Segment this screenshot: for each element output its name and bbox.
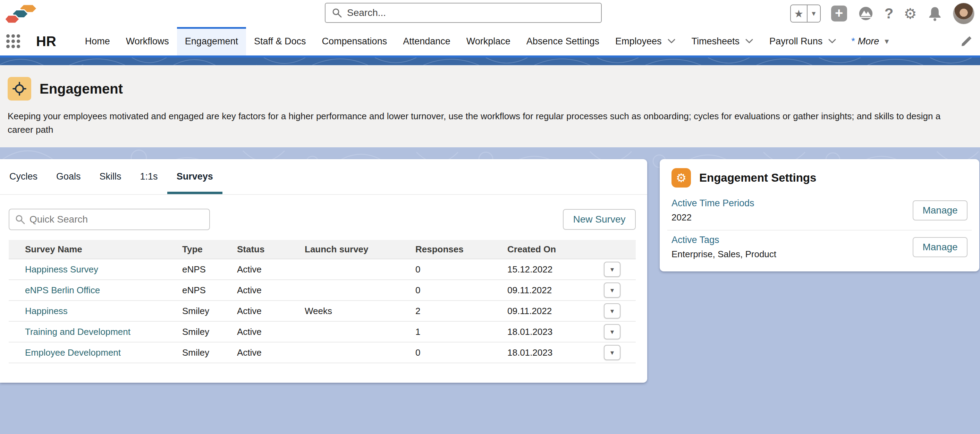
engagement-settings-card: ⚙ Engagement Settings Active Time Period… [660,159,979,271]
global-header: ★ ▾ + ? ⚙ [0,0,980,27]
cell-type: eNPS [182,285,237,296]
tab-skills[interactable]: Skills [90,159,131,194]
page-title: Engagement [40,81,123,97]
active-tags-value: Enterprise, Sales, Product [671,249,776,260]
global-search-input[interactable] [347,7,569,18]
cell-created: 09.11.2022 [508,306,604,317]
engagement-subtabs: Cycles Goals Skills 1:1s Surveys [0,159,647,195]
nav-tab-staff-docs[interactable]: Staff & Docs [246,27,314,55]
notifications-bell-icon[interactable] [927,6,942,22]
cell-status: Active [237,306,305,317]
tab-1-1s[interactable]: 1:1s [131,159,167,194]
table-row: Training and Development Smiley Active 1… [9,322,636,342]
logo-icon [5,2,38,25]
app-name: HR [36,33,56,49]
engagement-target-icon [8,77,31,101]
column-type: Type [182,244,237,255]
help-icon[interactable]: ? [885,5,894,22]
cell-status: Active [237,285,305,296]
tab-goals[interactable]: Goals [47,159,90,194]
column-survey-name: Survey Name [9,244,182,255]
tab-surveys[interactable]: Surveys [167,159,223,194]
row-actions-dropdown-button[interactable]: ▾ [604,303,620,318]
favorites-chevron-icon[interactable]: ▾ [807,5,820,22]
manage-tags-button[interactable]: Manage [913,237,967,257]
header-actions: ★ ▾ + ? ⚙ [790,0,974,27]
quick-search-input[interactable] [30,214,189,225]
table-row: Employee Development Smiley Active 0 18.… [9,342,636,363]
cell-status: Active [237,347,305,358]
cell-launch: Weeks [305,306,415,317]
row-actions-dropdown-button[interactable]: ▾ [604,262,620,277]
cell-type: eNPS [182,264,237,275]
cell-responses: 0 [415,285,508,296]
nav-tab-compensations[interactable]: Compensations [314,27,395,55]
surveys-card: Cycles Goals Skills 1:1s Surveys New Sur… [0,159,647,383]
cell-responses: 2 [415,306,508,317]
column-created-on: Created On [508,244,604,255]
temporary-tab-asterisk: * [851,36,855,47]
guidance-center-icon[interactable] [858,5,874,22]
table-header-row: Survey Name Type Status Launch survey Re… [9,240,636,259]
global-actions-plus-icon[interactable]: + [831,6,847,22]
row-actions-dropdown-button[interactable]: ▾ [604,282,620,298]
favorites-button-group[interactable]: ★ ▾ [790,5,821,22]
cell-status: Active [237,326,305,337]
nav-tab-engagement[interactable]: Engagement [177,27,246,55]
nav-tab-timesheets[interactable]: Timesheets [684,27,762,55]
nav-tab-employees[interactable]: Employees [607,27,684,55]
cell-status: Active [237,264,305,275]
global-search[interactable] [325,3,602,23]
settings-gear-icon: ⚙ [671,168,691,187]
cell-responses: 1 [415,326,508,337]
nav-tab-home[interactable]: Home [77,27,118,55]
nav-tab-timesheets-label: Timesheets [692,36,740,47]
survey-link[interactable]: Happiness Survey [9,264,182,275]
column-launch-survey: Launch survey [305,244,415,255]
column-responses: Responses [415,244,508,255]
nav-tab-payroll-runs-label: Payroll Runs [769,36,822,47]
setup-gear-icon[interactable]: ⚙ [904,5,917,22]
app-navigation-bar: HR Home Workflows Engagement Staff & Doc… [0,27,980,55]
manage-time-periods-button[interactable]: Manage [913,200,967,220]
nav-tab-more[interactable]: * More ▾ [844,27,896,55]
page-header: Engagement Keeping your employees motiva… [0,65,980,147]
tab-cycles[interactable]: Cycles [0,159,47,194]
nav-tab-workplace[interactable]: Workplace [458,27,519,55]
search-icon [15,214,25,225]
quick-search[interactable] [9,209,210,230]
cell-created: 18.01.2023 [508,347,604,358]
nav-more-label: More [858,36,879,47]
favorite-star-icon[interactable]: ★ [791,5,807,22]
nav-tab-workflows[interactable]: Workflows [118,27,177,55]
table-row: Happiness Smiley Active Weeks 2 09.11.20… [9,301,636,322]
page-content: Cycles Goals Skills 1:1s Surveys New Sur… [0,147,980,434]
row-actions-dropdown-button[interactable]: ▾ [604,324,620,339]
survey-link[interactable]: Employee Development [9,347,182,358]
survey-link[interactable]: eNPS Berlin Office [9,285,182,296]
cell-created: 18.01.2023 [508,326,604,337]
active-tags-section: Active Tags Enterprise, Sales, Product M… [660,231,979,266]
survey-link[interactable]: Happiness [9,306,182,317]
edit-nav-pencil-icon[interactable] [961,35,972,47]
active-time-periods-value: 2022 [671,212,754,223]
row-actions-dropdown-button[interactable]: ▾ [604,345,620,360]
active-time-periods-link[interactable]: Active Time Periods [671,198,754,209]
cell-created: 15.12.2022 [508,264,604,275]
chevron-down-icon [745,38,753,44]
user-avatar[interactable] [953,3,974,24]
chevron-down-icon [667,38,676,44]
search-icon [332,8,342,18]
new-survey-button[interactable]: New Survey [563,209,636,230]
survey-link[interactable]: Training and Development [9,326,182,337]
company-logo[interactable] [5,2,38,26]
caret-down-icon: ▾ [885,36,889,46]
page-description: Keeping your employees motivated and eng… [8,109,966,136]
app-launcher-icon[interactable] [5,33,22,49]
nav-tab-payroll-runs[interactable]: Payroll Runs [761,27,844,55]
app-window: ★ ▾ + ? ⚙ HR Home Workflows [0,0,980,434]
nav-tab-attendance[interactable]: Attendance [395,27,458,55]
column-status: Status [237,244,305,255]
nav-tab-absence-settings[interactable]: Absence Settings [519,27,607,55]
active-tags-link[interactable]: Active Tags [671,235,776,246]
